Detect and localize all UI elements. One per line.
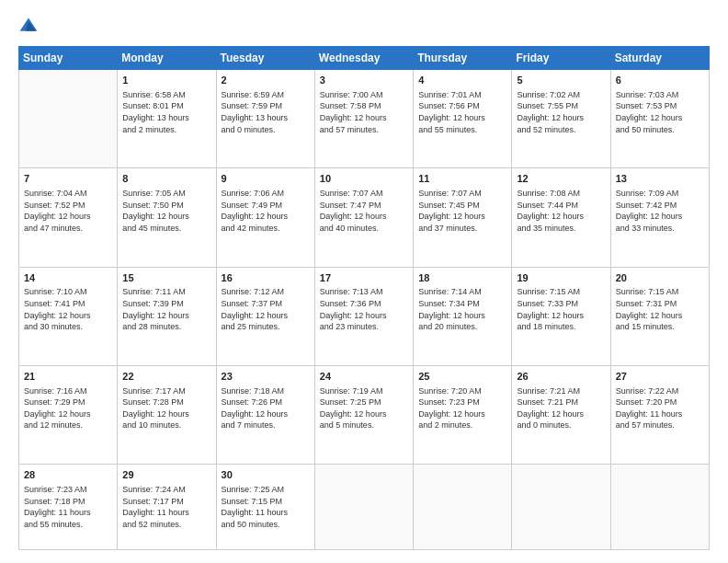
calendar-cell: 4Sunrise: 7:01 AM Sunset: 7:56 PM Daylig… [414,70,512,168]
calendar-cell: 18Sunrise: 7:14 AM Sunset: 7:34 PM Dayli… [414,267,512,365]
day-number: 17 [320,271,408,285]
calendar-week-1: 1Sunrise: 6:58 AM Sunset: 8:01 PM Daylig… [19,70,710,168]
day-number: 8 [122,172,210,186]
cell-text: Sunrise: 7:09 AM Sunset: 7:42 PM Dayligh… [616,188,704,234]
day-number: 5 [517,74,605,87]
calendar-cell: 6Sunrise: 7:03 AM Sunset: 7:53 PM Daylig… [610,70,709,168]
day-number: 21 [24,370,112,384]
calendar-cell: 25Sunrise: 7:20 AM Sunset: 7:23 PM Dayli… [414,365,512,464]
calendar-body: 1Sunrise: 6:58 AM Sunset: 8:01 PM Daylig… [19,70,710,550]
calendar-cell: 12Sunrise: 7:08 AM Sunset: 7:44 PM Dayli… [512,168,610,267]
calendar-week-2: 7Sunrise: 7:04 AM Sunset: 7:52 PM Daylig… [19,168,710,267]
calendar-cell: 11Sunrise: 7:07 AM Sunset: 7:45 PM Dayli… [414,168,512,267]
cell-text: Sunrise: 7:25 AM Sunset: 7:15 PM Dayligh… [222,484,310,530]
day-number: 11 [418,172,506,186]
calendar-cell: 14Sunrise: 7:10 AM Sunset: 7:41 PM Dayli… [19,267,118,365]
calendar-cell: 27Sunrise: 7:22 AM Sunset: 7:20 PM Dayli… [610,365,709,464]
day-number: 4 [418,74,506,87]
calendar-cell: 17Sunrise: 7:13 AM Sunset: 7:36 PM Dayli… [314,267,413,365]
day-number: 23 [222,370,310,384]
day-number: 19 [517,271,605,285]
day-number: 25 [418,370,506,384]
cell-text: Sunrise: 7:00 AM Sunset: 7:58 PM Dayligh… [320,89,408,135]
day-number: 6 [616,74,704,87]
cell-text: Sunrise: 7:02 AM Sunset: 7:55 PM Dayligh… [517,89,605,135]
calendar-cell: 1Sunrise: 6:58 AM Sunset: 8:01 PM Daylig… [118,70,216,168]
weekday-header-saturday: Saturday [610,47,709,70]
calendar-cell: 22Sunrise: 7:17 AM Sunset: 7:28 PM Dayli… [118,365,216,464]
cell-text: Sunrise: 7:17 AM Sunset: 7:28 PM Dayligh… [122,385,210,431]
day-number: 13 [616,172,704,186]
calendar-cell [19,70,118,168]
cell-text: Sunrise: 7:18 AM Sunset: 7:26 PM Dayligh… [222,385,310,431]
cell-text: Sunrise: 7:13 AM Sunset: 7:36 PM Dayligh… [320,286,408,332]
day-number: 26 [517,370,605,384]
cell-text: Sunrise: 7:21 AM Sunset: 7:21 PM Dayligh… [517,385,605,431]
day-number: 10 [320,172,408,186]
day-number: 16 [222,271,310,285]
calendar-cell: 30Sunrise: 7:25 AM Sunset: 7:15 PM Dayli… [216,465,314,550]
weekday-header-tuesday: Tuesday [216,47,314,70]
calendar-cell: 21Sunrise: 7:16 AM Sunset: 7:29 PM Dayli… [19,365,118,464]
cell-text: Sunrise: 7:24 AM Sunset: 7:17 PM Dayligh… [122,484,210,530]
day-number: 9 [222,172,310,186]
calendar-cell: 19Sunrise: 7:15 AM Sunset: 7:33 PM Dayli… [512,267,610,365]
calendar-cell: 28Sunrise: 7:23 AM Sunset: 7:18 PM Dayli… [19,465,118,550]
day-number: 27 [616,370,704,384]
calendar-cell: 13Sunrise: 7:09 AM Sunset: 7:42 PM Dayli… [610,168,709,267]
weekday-header-sunday: Sunday [19,47,118,70]
day-number: 14 [24,271,112,285]
calendar-cell: 15Sunrise: 7:11 AM Sunset: 7:39 PM Dayli… [118,267,216,365]
calendar-week-3: 14Sunrise: 7:10 AM Sunset: 7:41 PM Dayli… [19,267,710,365]
calendar-table: SundayMondayTuesdayWednesdayThursdayFrid… [18,46,710,550]
weekday-header-wednesday: Wednesday [314,47,413,70]
day-number: 15 [122,271,210,285]
calendar-cell: 3Sunrise: 7:00 AM Sunset: 7:58 PM Daylig… [314,70,413,168]
calendar-cell: 24Sunrise: 7:19 AM Sunset: 7:25 PM Dayli… [314,365,413,464]
calendar-cell: 8Sunrise: 7:05 AM Sunset: 7:50 PM Daylig… [118,168,216,267]
day-number: 18 [418,271,506,285]
logo [18,17,42,37]
calendar-cell: 9Sunrise: 7:06 AM Sunset: 7:49 PM Daylig… [216,168,314,267]
header [18,17,710,37]
cell-text: Sunrise: 7:06 AM Sunset: 7:49 PM Dayligh… [222,188,310,234]
day-number: 22 [122,370,210,384]
cell-text: Sunrise: 7:15 AM Sunset: 7:33 PM Dayligh… [517,286,605,332]
calendar-cell: 23Sunrise: 7:18 AM Sunset: 7:26 PM Dayli… [216,365,314,464]
day-number: 1 [122,74,210,87]
calendar-cell [610,465,709,550]
cell-text: Sunrise: 7:08 AM Sunset: 7:44 PM Dayligh… [517,188,605,234]
calendar-week-5: 28Sunrise: 7:23 AM Sunset: 7:18 PM Dayli… [19,465,710,550]
cell-text: Sunrise: 7:04 AM Sunset: 7:52 PM Dayligh… [24,188,112,234]
day-number: 29 [122,468,210,482]
cell-text: Sunrise: 7:12 AM Sunset: 7:37 PM Dayligh… [222,286,310,332]
weekday-header-friday: Friday [512,47,610,70]
cell-text: Sunrise: 7:05 AM Sunset: 7:50 PM Dayligh… [122,188,210,234]
calendar-cell [314,465,413,550]
calendar-cell: 16Sunrise: 7:12 AM Sunset: 7:37 PM Dayli… [216,267,314,365]
cell-text: Sunrise: 6:58 AM Sunset: 8:01 PM Dayligh… [122,89,210,135]
calendar-cell [414,465,512,550]
cell-text: Sunrise: 7:10 AM Sunset: 7:41 PM Dayligh… [24,286,112,332]
calendar-cell: 29Sunrise: 7:24 AM Sunset: 7:17 PM Dayli… [118,465,216,550]
day-number: 28 [24,468,112,482]
day-number: 30 [222,468,310,482]
cell-text: Sunrise: 7:07 AM Sunset: 7:45 PM Dayligh… [418,188,506,234]
day-number: 20 [616,271,704,285]
page: SundayMondayTuesdayWednesdayThursdayFrid… [0,0,728,563]
cell-text: Sunrise: 7:23 AM Sunset: 7:18 PM Dayligh… [24,484,112,530]
weekday-header-thursday: Thursday [414,47,512,70]
calendar-cell: 2Sunrise: 6:59 AM Sunset: 7:59 PM Daylig… [216,70,314,168]
cell-text: Sunrise: 7:16 AM Sunset: 7:29 PM Dayligh… [24,385,112,431]
cell-text: Sunrise: 7:14 AM Sunset: 7:34 PM Dayligh… [418,286,506,332]
cell-text: Sunrise: 7:01 AM Sunset: 7:56 PM Dayligh… [418,89,506,135]
cell-text: Sunrise: 7:20 AM Sunset: 7:23 PM Dayligh… [418,385,506,431]
calendar-cell: 7Sunrise: 7:04 AM Sunset: 7:52 PM Daylig… [19,168,118,267]
cell-text: Sunrise: 7:22 AM Sunset: 7:20 PM Dayligh… [616,385,704,431]
day-number: 12 [517,172,605,186]
cell-text: Sunrise: 7:19 AM Sunset: 7:25 PM Dayligh… [320,385,408,431]
cell-text: Sunrise: 6:59 AM Sunset: 7:59 PM Dayligh… [222,89,310,135]
calendar-cell: 5Sunrise: 7:02 AM Sunset: 7:55 PM Daylig… [512,70,610,168]
day-number: 3 [320,74,408,87]
cell-text: Sunrise: 7:15 AM Sunset: 7:31 PM Dayligh… [616,286,704,332]
